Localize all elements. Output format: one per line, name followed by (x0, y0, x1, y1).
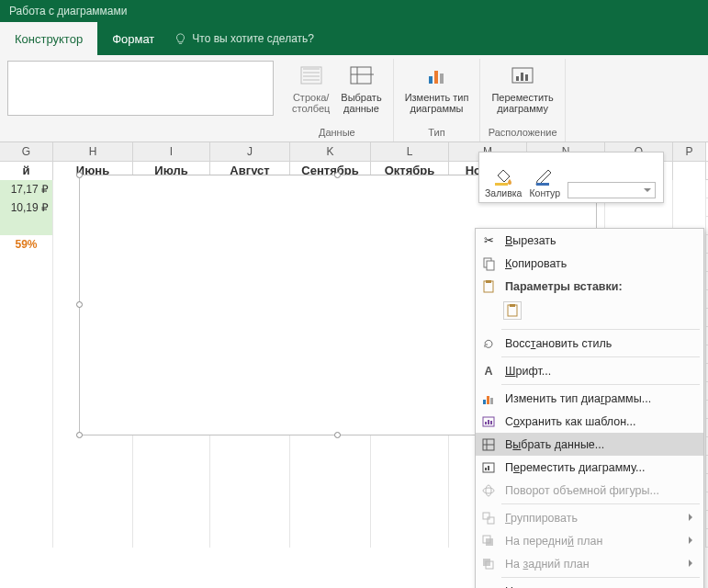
ctx-font[interactable]: A Шрифт... (476, 359, 703, 382)
cell[interactable] (0, 456, 53, 474)
col-header[interactable]: L (371, 142, 449, 161)
tab-format[interactable]: Формат (97, 22, 169, 55)
cell[interactable] (0, 492, 53, 511)
col-header[interactable]: K (290, 142, 371, 161)
chart-type-icon (479, 390, 498, 408)
switch-row-col-button[interactable]: Строка/ столбец (288, 61, 333, 116)
cell[interactable] (0, 511, 53, 529)
col-header[interactable]: I (133, 142, 210, 161)
cell[interactable] (53, 437, 133, 456)
font-icon: A (479, 362, 498, 380)
cell[interactable] (53, 474, 133, 492)
cell[interactable] (371, 437, 449, 456)
cell[interactable] (290, 529, 371, 548)
cell[interactable] (0, 345, 53, 364)
cell[interactable] (0, 254, 53, 272)
ctx-change-chart-type[interactable]: Изменить тип диаграммы... (476, 387, 703, 410)
cell[interactable] (290, 474, 371, 492)
lightbulb-icon (174, 33, 186, 45)
col-header[interactable]: H (53, 142, 133, 161)
cell[interactable] (133, 437, 210, 456)
cell[interactable] (371, 511, 449, 529)
cell[interactable] (133, 529, 210, 548)
cell[interactable] (0, 217, 53, 235)
svg-rect-22 (488, 420, 489, 424)
cell[interactable] (210, 511, 290, 529)
cell[interactable] (290, 437, 371, 456)
cell[interactable] (673, 198, 706, 217)
cell[interactable] (371, 474, 449, 492)
cell[interactable] (0, 290, 53, 309)
svg-rect-19 (490, 398, 493, 404)
cell[interactable]: 59% (0, 235, 53, 254)
cell[interactable] (210, 529, 290, 548)
cell[interactable] (210, 474, 290, 492)
col-header[interactable]: G (0, 142, 53, 161)
cell[interactable] (0, 401, 53, 419)
cell[interactable] (210, 437, 290, 456)
rotate-3d-icon (479, 481, 498, 500)
cell[interactable] (210, 492, 290, 511)
chart-style-preview[interactable] (7, 61, 274, 116)
ctx-bring-front: На передний план (476, 529, 703, 552)
cell[interactable] (0, 309, 53, 327)
ctx-copy[interactable]: Копировать (476, 252, 703, 275)
col-header[interactable]: P (673, 142, 706, 161)
move-icon (479, 458, 498, 477)
cell[interactable] (0, 474, 53, 492)
col-header[interactable]: J (210, 142, 290, 161)
svg-rect-7 (521, 73, 523, 81)
cell[interactable]: 10,19 ₽ (0, 198, 53, 217)
template-icon (479, 413, 498, 431)
move-chart-button[interactable]: Переместить диаграмму (488, 61, 556, 116)
month-header[interactable] (673, 162, 706, 180)
ctx-select-data[interactable]: Выбрать данные... (476, 433, 703, 456)
ctx-move-chart[interactable]: Переместить диаграмму... (476, 456, 703, 479)
cell[interactable] (0, 529, 53, 548)
cell[interactable] (290, 511, 371, 529)
cell[interactable] (0, 437, 53, 456)
cell[interactable] (133, 474, 210, 492)
cell[interactable] (133, 511, 210, 529)
svg-point-28 (483, 488, 494, 493)
cell[interactable] (0, 382, 53, 401)
tab-design[interactable]: Конструктор (0, 22, 97, 55)
select-data-icon (347, 62, 375, 90)
svg-rect-1 (351, 67, 371, 84)
ctx-paste-options: Параметры вставки: (476, 275, 703, 298)
style-dropdown[interactable] (568, 182, 656, 198)
paste-option-icon[interactable] (503, 301, 522, 320)
cell[interactable] (371, 456, 449, 474)
ctx-3d-rotation: Поворот объемной фигуры... (476, 479, 703, 502)
cell[interactable] (371, 529, 449, 548)
cell[interactable] (133, 456, 210, 474)
cell[interactable] (290, 492, 371, 511)
select-data-button[interactable]: Выбрать данные (337, 61, 385, 116)
cell[interactable] (673, 180, 706, 198)
cell[interactable] (133, 492, 210, 511)
cell[interactable] (371, 492, 449, 511)
ctx-reset-style[interactable]: Восстановить стиль (476, 332, 703, 355)
cell[interactable] (53, 492, 133, 511)
svg-rect-16 (510, 304, 515, 307)
bring-front-icon (479, 532, 498, 550)
month-header[interactable]: й (0, 162, 53, 180)
cell[interactable] (0, 419, 53, 437)
tell-me[interactable]: Что вы хотите сделать? (169, 22, 314, 55)
ctx-assign-macro[interactable]: Назначить макрос... (476, 580, 703, 588)
cell[interactable] (0, 364, 53, 382)
outline-button[interactable]: Контур (529, 166, 560, 198)
cell[interactable] (290, 456, 371, 474)
ctx-save-template[interactable]: Сохранить как шаблон... (476, 410, 703, 433)
scissors-icon: ✂ (479, 232, 498, 250)
cell[interactable] (210, 456, 290, 474)
ctx-cut[interactable]: ✂ Вырезать (476, 229, 703, 252)
cell[interactable]: 17,17 ₽ (0, 180, 53, 198)
cell[interactable] (0, 327, 53, 345)
cell[interactable] (0, 272, 53, 290)
change-chart-type-button[interactable]: Изменить тип диаграммы (401, 61, 473, 116)
cell[interactable] (53, 456, 133, 474)
cell[interactable] (53, 511, 133, 529)
fill-button[interactable]: Заливка (485, 166, 522, 198)
cell[interactable] (53, 529, 133, 548)
